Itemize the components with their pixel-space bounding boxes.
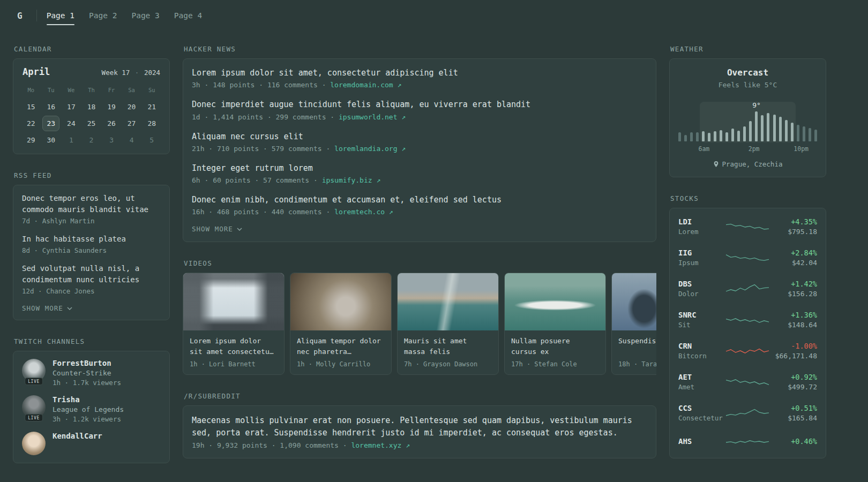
weather-location: Prague, Czechia [678, 160, 817, 168]
tab-page-3[interactable]: Page 3 [131, 11, 159, 20]
twitch-channel-row[interactable]: KendallCarr [22, 432, 161, 455]
hn-item: Integer eget rutrum lorem 6h · 60 points… [192, 163, 647, 184]
hn-show-more-button[interactable]: SHOW MORE [192, 225, 242, 233]
stock-sparkline-chart [725, 251, 770, 265]
stock-row[interactable]: AHS +0.46% [678, 428, 817, 455]
tab-page-2[interactable]: Page 2 [89, 11, 117, 20]
hacker-news-card: Lorem ipsum dolor sit amet, consectetur … [183, 58, 656, 242]
rss-item-title[interactable]: Donec tempor eros leo, ut commodo mauris… [22, 193, 161, 215]
twitch-widget: TWITCH CHANNELS LIVE ForrestBurton Count… [13, 337, 170, 463]
videos-widget: VIDEOS Lorem ipsum dolor sit amet consec… [183, 259, 656, 375]
hn-item-title[interactable]: Donec imperdiet augue tincidunt felis al… [192, 99, 647, 110]
stock-row[interactable]: CCSConsectetur +0.51%$165.84 [678, 397, 817, 428]
rss-widget: RSS FEED Donec tempor eros leo, ut commo… [13, 171, 170, 320]
temperature-bars [678, 111, 817, 141]
calendar-date-next-month: 4 [123, 132, 140, 148]
external-link-icon: ↗ [398, 81, 402, 89]
hn-item-title[interactable]: Lorem ipsum dolor sit amet, consectetur … [192, 67, 647, 78]
app-logo[interactable]: G [13, 11, 27, 21]
stock-row[interactable]: SNRCSit +1.36%$148.64 [678, 304, 817, 335]
external-link-icon: ↗ [406, 441, 410, 449]
video-card[interactable]: Mauris sit amet massa felis 7h · Grayson… [397, 273, 499, 375]
hn-item: Aliquam nec cursus elit 21h · 710 points… [192, 131, 647, 153]
calendar-day-header: Tu [41, 82, 62, 99]
stock-row[interactable]: DBSDolor +1.42%$156.28 [678, 273, 817, 304]
channel-name[interactable]: ForrestBurton [53, 359, 121, 367]
rss-show-more-button[interactable]: SHOW MORE [22, 304, 72, 312]
stock-row[interactable]: AETAmet +0.92%$499.72 [678, 366, 817, 397]
hn-item-title[interactable]: Integer eget rutrum lorem [192, 163, 647, 174]
calendar-section-title: CALENDAR [14, 45, 170, 53]
rss-item-title[interactable]: In hac habitasse platea [22, 234, 161, 245]
stock-row[interactable]: LDILorem +4.35%$795.18 [678, 211, 817, 242]
calendar-date-next-month: 1 [63, 132, 80, 148]
video-thumbnail[interactable] [183, 273, 284, 330]
channel-name[interactable]: Trisha [53, 395, 124, 404]
tab-page-1[interactable]: Page 1 [47, 11, 74, 20]
video-card[interactable]: Suspendis diam 18h · Tara [611, 273, 656, 375]
subreddit-domain-link[interactable]: loremnet.xyz [351, 441, 401, 449]
channel-name[interactable]: KendallCarr [53, 432, 102, 440]
video-card[interactable]: Nullam posuere cursus ex 17h · Stefan Co… [504, 273, 606, 375]
hn-item-title[interactable]: Donec enim nibh, condimentum et accumsan… [192, 194, 647, 205]
twitch-channel-row[interactable]: LIVE ForrestBurton Counter-Strike 1h · 1… [22, 359, 161, 387]
calendar-date: 30 [42, 132, 59, 148]
hn-item-meta: 16h · 468 points · 440 comments · loremt… [192, 208, 647, 216]
weather-widget: WEATHER Overcast Feels like 5°C 9° 6am 2… [669, 45, 826, 177]
twitch-channel-row[interactable]: LIVE Trisha League of Legends 3h · 1.2k … [22, 395, 161, 423]
rss-item: Donec tempor eros leo, ut commodo mauris… [22, 193, 161, 225]
stock-change: -1.00% [770, 342, 817, 350]
video-card[interactable]: Lorem ipsum dolor sit amet consectetu… 1… [183, 273, 285, 375]
video-meta: 17h · Stefan Cole [511, 360, 599, 368]
stock-row[interactable]: IIGIpsum +2.84%$42.04 [678, 242, 817, 273]
calendar-date: 19 [103, 99, 120, 115]
stock-price: $499.72 [770, 383, 817, 391]
video-meta: 1h · Molly Carrillo [297, 360, 385, 368]
dashboard-layout: CALENDAR April Week 17 · 2024 Mo Tu We T… [0, 31, 868, 463]
weather-location-label: Prague, Czechia [722, 160, 783, 168]
stock-sparkline-chart [725, 220, 770, 234]
top-nav: G Page 1 Page 2 Page 3 Page 4 [0, 0, 868, 31]
hn-domain-link[interactable]: ipsumify.biz [322, 176, 372, 184]
video-thumbnail[interactable] [398, 273, 498, 330]
peak-temperature-label: 9° [752, 101, 761, 109]
stock-change: +2.84% [770, 248, 817, 257]
twitch-avatar-wrap: LIVE [22, 359, 46, 382]
hn-item-meta: 1d · 1,414 points · 299 comments · ipsum… [192, 113, 647, 121]
hn-item-title[interactable]: Aliquam nec cursus elit [192, 131, 647, 142]
external-link-icon: ↗ [376, 176, 380, 184]
hn-domain-link[interactable]: loremdomain.com [330, 81, 393, 89]
hn-domain-link[interactable]: loremlandia.org [334, 145, 397, 153]
subreddit-meta-text: 19h · 9,932 points · 1,090 comments · [192, 441, 351, 449]
tab-page-4[interactable]: Page 4 [174, 11, 202, 20]
calendar-week-label: Week 17 [102, 69, 130, 77]
stock-row[interactable]: CRNBitcorn -1.00%$66,171.48 [678, 335, 817, 366]
subreddit-post-meta: 19h · 9,932 points · 1,090 comments · lo… [192, 441, 647, 449]
hn-item-meta: 3h · 148 points · 116 comments · loremdo… [192, 81, 647, 89]
subreddit-post: Maecenas mollis pulvinar erat non posuer… [192, 415, 647, 449]
video-thumbnail[interactable] [290, 273, 391, 330]
video-thumbnail[interactable] [612, 273, 656, 330]
video-title[interactable]: Nullam posuere cursus ex [511, 336, 599, 357]
videos-scroll-row[interactable]: Lorem ipsum dolor sit amet consectetu… 1… [183, 273, 656, 375]
subreddit-post-title[interactable]: Maecenas mollis pulvinar erat non posuer… [192, 415, 647, 439]
calendar-date: 20 [123, 99, 140, 115]
stock-change: +4.35% [770, 217, 817, 226]
hn-domain-link[interactable]: loremtech.co [334, 208, 385, 216]
video-thumbnail[interactable] [505, 273, 605, 330]
calendar-date: 21 [143, 99, 160, 115]
video-title[interactable]: Aliquam tempor dolor nec pharetra… [297, 336, 385, 357]
stock-price: $156.28 [770, 290, 817, 298]
stock-name: Bitcorn [678, 352, 724, 360]
calendar-date: 22 [23, 116, 40, 131]
video-title[interactable]: Lorem ipsum dolor sit amet consectetu… [190, 336, 278, 357]
video-title[interactable]: Suspendis diam [618, 336, 656, 357]
video-title[interactable]: Mauris sit amet massa felis [404, 336, 492, 357]
calendar-month: April [23, 66, 50, 77]
calendar-date: 17 [63, 99, 80, 115]
rss-item-title[interactable]: Sed volutpat nulla nisl, a condimentum n… [22, 263, 161, 285]
hn-domain-link[interactable]: ipsumworld.net [339, 113, 398, 121]
calendar-day-header: Sa [122, 82, 142, 99]
video-card[interactable]: Aliquam tempor dolor nec pharetra… 1h · … [290, 273, 392, 375]
stock-price: $165.84 [770, 414, 817, 422]
